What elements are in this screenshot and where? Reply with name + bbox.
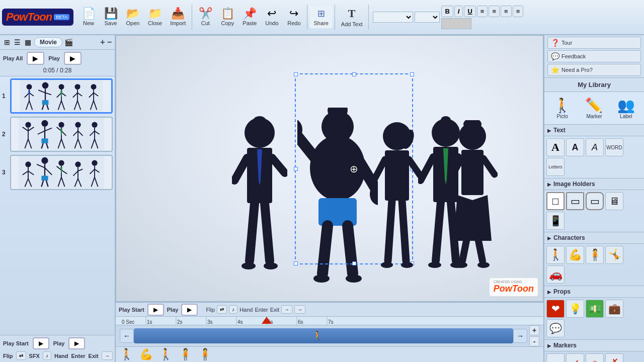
new-button[interactable]: 📄 New [77, 6, 100, 28]
text-section-header[interactable]: ▶ Text [544, 125, 644, 136]
font-family-select[interactable] [373, 12, 413, 23]
holder-rect[interactable]: ▭ [566, 192, 584, 210]
slide-thumb-2[interactable] [10, 117, 113, 152]
marker-curve[interactable]: ↙ [566, 353, 584, 362]
holder-monitor[interactable]: 🖥 [605, 192, 623, 210]
tl-fig-icon-1[interactable]: 🚶 [120, 348, 133, 361]
underline-button[interactable]: U [464, 6, 475, 17]
play-start-button[interactable]: ▶ [33, 337, 49, 349]
char-5[interactable]: 🚗 [546, 265, 565, 284]
marker-button[interactable]: ✏️ Marker [583, 95, 605, 121]
tl-flip-button[interactable]: ⇄ [217, 305, 227, 314]
zoom-in-button[interactable]: + [529, 325, 539, 335]
text-style-a[interactable]: A [546, 138, 565, 156]
prop-lightbulb[interactable]: 💡 [566, 300, 584, 318]
prop-heart[interactable]: ❤ [546, 300, 565, 318]
align-center-button[interactable]: ≡ [489, 6, 500, 17]
flip-button[interactable]: ⇄ [16, 351, 26, 360]
justify-button[interactable]: ≡ [513, 6, 524, 17]
timeline-bar[interactable]: 🚶 [134, 328, 513, 343]
tl-play-start-button[interactable]: ▶ [147, 304, 164, 316]
marker-x[interactable]: ✗ [605, 353, 623, 362]
tl-fig-icon-4[interactable]: 🧍 [179, 348, 192, 361]
figure-businessman-left[interactable] [232, 115, 287, 286]
list-view-icon[interactable]: ☰ [13, 37, 22, 47]
sfx-button[interactable]: ♪ [43, 351, 51, 360]
paste-button[interactable]: 📌 Paste [238, 6, 261, 28]
close-button[interactable]: 📁 Close [144, 6, 166, 28]
cut-button[interactable]: ✂️ Cut [194, 6, 216, 28]
import-button[interactable]: 📥 Import [166, 6, 190, 28]
open-button[interactable]: 📂 Open [122, 6, 144, 28]
char-2[interactable]: 💪 [566, 246, 584, 264]
sel-handle-top-mid[interactable] [352, 72, 356, 76]
share-button[interactable]: ⊞ Share [309, 6, 332, 28]
tl-scroll-right[interactable]: → [513, 329, 527, 343]
need-pro-button[interactable]: ⭐ Need a Pro? [547, 64, 641, 76]
slide-item-2[interactable]: 2 [2, 117, 113, 152]
marker-circle[interactable]: ○ [586, 353, 604, 362]
redo-button[interactable]: ↪ Redo [283, 6, 305, 28]
text-style-letters[interactable]: Letters [546, 158, 565, 176]
slide-item-1[interactable]: 1 [2, 78, 113, 114]
italic-button[interactable]: I [454, 6, 463, 17]
char-3[interactable]: 🧍 [586, 246, 604, 264]
enter-button[interactable]: → [102, 351, 113, 360]
label-button[interactable]: 👥 Label [615, 95, 637, 121]
align-left-button[interactable]: ≡ [477, 6, 488, 17]
text-style-word[interactable]: WORD [605, 138, 623, 156]
picto-button[interactable]: 🚶 Picto [551, 95, 573, 121]
char-1[interactable]: 🚶 [546, 246, 565, 264]
props-section-header[interactable]: ▶ Props [544, 286, 644, 298]
zoom-out-button[interactable]: - [529, 336, 539, 346]
filmstrip-icon[interactable]: ▦ [24, 37, 32, 47]
text-style-a3[interactable]: A [586, 138, 604, 156]
tl-fig-icon-3[interactable]: 🚶 [159, 348, 173, 361]
tl-fig-icon-2[interactable]: 💪 [139, 348, 153, 361]
font-size-select[interactable] [415, 12, 440, 23]
grid-view-icon[interactable]: ⊞ [3, 37, 11, 47]
prop-speech[interactable]: 💬 [546, 319, 565, 337]
image-holders-section-header[interactable]: ▶ Image Holders [544, 178, 644, 190]
remove-slide-button[interactable]: − [107, 38, 112, 47]
slide-item-3[interactable]: 3 [2, 155, 113, 190]
bold-button[interactable]: B [441, 6, 453, 17]
sel-handle-top-right[interactable] [410, 72, 414, 76]
prop-money[interactable]: 💵 [586, 300, 604, 318]
sel-handle-top-left[interactable] [294, 72, 298, 76]
text-color-picker[interactable] [441, 18, 471, 29]
play-button[interactable]: ▶ [64, 52, 82, 65]
char-4[interactable]: 🤸 [605, 246, 623, 264]
markers-section-header[interactable]: ▶ Markers [544, 340, 644, 351]
slide-thumb-3[interactable] [10, 155, 113, 190]
tl-scroll-left[interactable]: ← [120, 329, 134, 343]
characters-section-header[interactable]: ▶ Characters [544, 232, 644, 244]
feedback-button[interactable]: 💬 Feedback [547, 50, 641, 62]
tl-exit-btn[interactable]: → [294, 305, 305, 314]
marker-arrow[interactable]: ← [546, 353, 565, 362]
save-button[interactable]: 💾 Save [100, 6, 122, 28]
holder-square[interactable]: □ [546, 192, 565, 210]
holder-phone[interactable]: 📱 [546, 212, 565, 230]
add-slide-button[interactable]: + [100, 38, 105, 47]
add-text-button[interactable]: T Add Text [337, 5, 367, 29]
align-right-button[interactable]: ≡ [501, 6, 512, 17]
figure-woman-ponytail[interactable] [372, 120, 422, 286]
tl-fig-icon-5[interactable]: 🧍 [198, 348, 212, 361]
text-style-a2[interactable]: A [566, 138, 584, 156]
prop-briefcase[interactable]: 💼 [605, 300, 623, 318]
holder-rounded[interactable]: ▭ [586, 192, 604, 210]
undo-button[interactable]: ↩ Undo [261, 6, 283, 28]
bottom-play-button[interactable]: ▶ [68, 337, 85, 349]
timeline-ruler: 0 Sec 1s 2s 3s 4s 5s 6s 7s [116, 317, 543, 325]
copy-button[interactable]: 📋 Copy [216, 6, 238, 28]
tour-button[interactable]: ❓ Tour [547, 37, 641, 49]
play-all-button[interactable]: ▶ [27, 52, 44, 65]
tl-play-button[interactable]: ▶ [181, 304, 198, 316]
figure-woman-dress[interactable] [447, 120, 498, 286]
tl-sfx-button[interactable]: ♪ [229, 305, 237, 314]
figure-muscle-man[interactable] [297, 108, 378, 289]
canvas-wrapper[interactable]: ⊕ [116, 35, 543, 302]
slide-thumb-1[interactable] [10, 78, 113, 114]
tl-enter-btn[interactable]: → [281, 305, 292, 314]
